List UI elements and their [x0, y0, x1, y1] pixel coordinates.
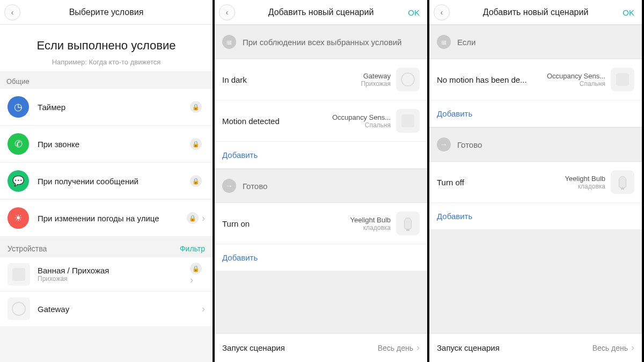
- row-label: При изменении погоды на улице: [38, 214, 187, 223]
- chevron-right-icon: ›: [202, 213, 205, 224]
- list-icon: ≣: [437, 35, 451, 49]
- pane-new-scenario-1: ‹ Добавить новый сценарий OK ≣ При соблю…: [215, 0, 429, 362]
- condition-device: Occupancy Sens...: [547, 72, 605, 80]
- condition-row-message[interactable]: 💬 При получении сообщений 🔒: [0, 163, 213, 200]
- chevron-right-icon: ›: [631, 342, 634, 353]
- condition-row-weather[interactable]: ☀ При изменении погоды на улице 🔒›: [0, 200, 213, 237]
- sensor-icon: [611, 68, 634, 91]
- if-header-text: При соблюдении всех выбранных условий: [243, 38, 401, 47]
- chevron-right-icon: ›: [202, 303, 205, 314]
- condition-room: Спальня: [332, 121, 391, 129]
- schedule-label: Запуск сценария: [222, 343, 378, 352]
- arrow-right-icon: →: [437, 137, 451, 151]
- schedule-value: Весь день: [378, 344, 413, 352]
- chevron-left-icon: ‹: [441, 8, 443, 17]
- arrow-right-icon: →: [222, 179, 236, 193]
- device-row[interactable]: Ванная / Прихожая Прихожая 🔒›: [0, 257, 213, 292]
- topbar: ‹ Добавить новый сценарий OK: [429, 0, 642, 25]
- group-label-common: Общие: [0, 72, 213, 89]
- action-row[interactable]: Turn off Yeelight Bulb кладовка: [429, 162, 642, 203]
- if-header: ≣ При соблюдении всех выбранных условий: [215, 25, 427, 59]
- condition-row[interactable]: No motion has been de... Occupancy Sens.…: [429, 59, 642, 100]
- condition-row[interactable]: Motion detected Occupancy Sens... Спальн…: [215, 100, 427, 142]
- action-device: Yeelight Bulb: [565, 175, 605, 183]
- spacer: [215, 271, 427, 333]
- chevron-right-icon: ›: [190, 274, 193, 285]
- back-button[interactable]: ‹: [434, 4, 450, 20]
- condition-row-timer[interactable]: ◷ Таймер 🔒: [0, 89, 213, 126]
- device-name: Ванная / Прихожая: [38, 266, 190, 275]
- condition-title: Motion detected: [222, 117, 332, 126]
- topbar: ‹ Выберите условия: [0, 0, 213, 25]
- schedule-label: Запуск сценария: [437, 343, 592, 352]
- list-icon: ≣: [222, 35, 236, 49]
- done-header-text: Готово: [243, 182, 267, 191]
- lock-icon: 🔒: [190, 175, 202, 187]
- if-header: ≣ Если: [429, 25, 642, 59]
- device-row[interactable]: Gateway ›: [0, 292, 213, 326]
- back-button[interactable]: ‹: [219, 4, 235, 20]
- lock-icon: 🔒: [190, 138, 202, 150]
- action-room: кладовка: [565, 183, 605, 190]
- condition-row-call[interactable]: ✆ При звонке 🔒: [0, 126, 213, 163]
- device-room: Прихожая: [38, 275, 190, 283]
- schedule-row[interactable]: Запуск сценария Весь день ›: [215, 333, 427, 362]
- subheading: Например: Когда кто-то движется: [9, 58, 204, 66]
- topbar: ‹ Добавить новый сценарий OK: [215, 0, 427, 25]
- lock-icon: 🔒: [190, 263, 202, 274]
- back-button[interactable]: ‹: [4, 4, 20, 20]
- message-icon: 💬: [8, 170, 29, 192]
- done-header-text: Готово: [457, 140, 482, 149]
- scroll-area: ≣ Если No motion has been de... Occupanc…: [429, 25, 642, 362]
- page-title: Выберите условия: [69, 8, 144, 17]
- gateway-icon: [396, 68, 420, 91]
- switch-icon: [8, 263, 30, 286]
- chevron-left-icon: ‹: [11, 8, 14, 17]
- action-title: Turn off: [437, 178, 565, 187]
- condition-row[interactable]: In dark Gateway Прихожая: [215, 59, 427, 100]
- schedule-row[interactable]: Запуск сценария Весь день ›: [429, 333, 642, 362]
- heading-block: Если выполнено условие Например: Когда к…: [0, 25, 213, 72]
- clock-icon: ◷: [8, 96, 29, 118]
- add-condition-button[interactable]: Добавить: [215, 142, 427, 169]
- condition-title: No motion has been de...: [437, 75, 547, 84]
- condition-room: Прихожая: [361, 80, 391, 88]
- page-title: Добавить новый сценарий: [268, 8, 374, 17]
- done-header: → Готово: [429, 127, 642, 162]
- action-row[interactable]: Turn on Yeelight Bulb кладовка: [215, 203, 427, 244]
- action-title: Turn on: [222, 219, 350, 228]
- scroll-area: ≣ При соблюдении всех выбранных условий …: [215, 25, 427, 362]
- devices-header: Устройства Фильтр: [0, 237, 213, 257]
- devices-label: Устройства: [8, 244, 47, 253]
- add-action-button[interactable]: Добавить: [215, 244, 427, 271]
- ok-button[interactable]: OK: [408, 8, 420, 17]
- gateway-icon: [8, 298, 30, 320]
- condition-title: In dark: [222, 75, 361, 84]
- phone-icon: ✆: [8, 133, 29, 155]
- condition-device: Gateway: [361, 72, 391, 80]
- weather-icon: ☀: [8, 207, 29, 229]
- device-name: Gateway: [38, 305, 202, 314]
- action-device: Yeelight Bulb: [350, 216, 391, 224]
- if-header-text: Если: [457, 38, 475, 47]
- schedule-value: Весь день: [592, 344, 628, 352]
- bulb-icon: [396, 212, 420, 235]
- row-label: При звонке: [38, 140, 190, 149]
- add-action-button[interactable]: Добавить: [429, 203, 642, 230]
- add-condition-button[interactable]: Добавить: [429, 100, 642, 127]
- heading: Если выполнено условие: [9, 39, 204, 53]
- chevron-left-icon: ‹: [226, 8, 229, 17]
- sensor-icon: [396, 109, 420, 133]
- ok-button[interactable]: OK: [623, 8, 634, 17]
- row-label: При получении сообщений: [38, 177, 190, 186]
- chevron-right-icon: ›: [416, 342, 420, 353]
- lock-icon: 🔒: [190, 101, 202, 113]
- bulb-icon: [611, 170, 634, 194]
- spacer: [429, 230, 642, 333]
- condition-device: Occupancy Sens...: [332, 113, 391, 121]
- filter-button[interactable]: Фильтр: [180, 244, 205, 253]
- condition-room: Спальня: [547, 80, 605, 88]
- action-room: кладовка: [350, 224, 391, 231]
- page-title: Добавить новый сценарий: [483, 8, 589, 17]
- pane-new-scenario-2: ‹ Добавить новый сценарий OK ≣ Если No m…: [429, 0, 644, 362]
